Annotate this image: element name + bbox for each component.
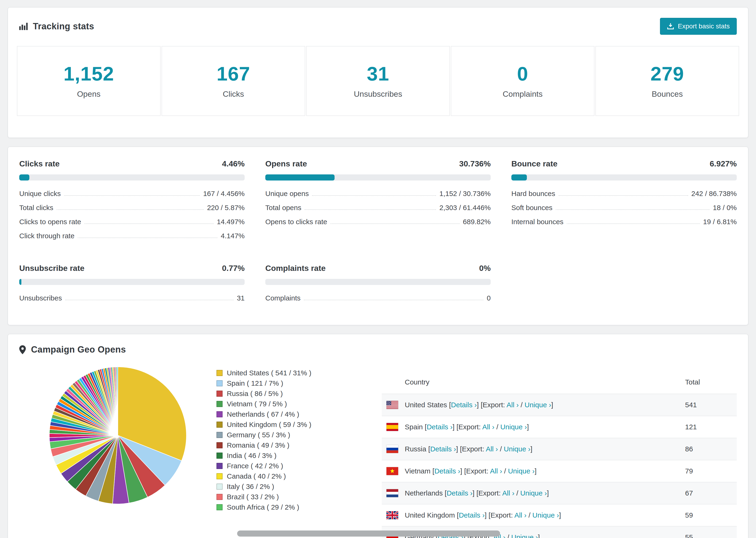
country-flag-vn [387, 467, 398, 475]
legend-item-spain[interactable]: Spain ( 121 / 7% ) [216, 378, 382, 389]
stat-box-unsubscribes: 31 Unsubscribes [306, 46, 450, 116]
legend-swatch [216, 422, 223, 428]
details-link[interactable]: Details › [447, 489, 472, 497]
dotted-leader [312, 195, 436, 196]
legend-item-united-kingdom[interactable]: United Kingdom ( 59 / 3% ) [216, 419, 382, 430]
legend-swatch [216, 494, 223, 500]
country-name: Netherlands [405, 489, 443, 497]
rate-detail-row: Unique clicks 167 / 4.456% [19, 187, 244, 201]
legend-item-romania[interactable]: Romania ( 49 / 3% ) [216, 440, 382, 451]
rate-detail-label: Internal bounces [512, 218, 564, 226]
legend-item-india[interactable]: India ( 46 / 3% ) [216, 451, 382, 461]
legend-swatch [216, 432, 223, 438]
geo-body: United States ( 541 / 31% ) Spain ( 121 … [8, 359, 748, 538]
dotted-leader [567, 224, 700, 224]
dotted-leader [84, 224, 213, 224]
rate-detail-row: Opens to clicks rate 689.82% [265, 215, 491, 229]
total-column-header: Total [685, 378, 737, 386]
export-all-link[interactable]: All › [490, 467, 502, 475]
export-unique-link[interactable]: Unique › [508, 467, 535, 475]
country-name: Russia [405, 445, 426, 453]
export-unique-link[interactable]: Unique › [512, 533, 538, 538]
stat-value: 1,152 [17, 62, 160, 85]
rate-progress-bar [19, 174, 244, 181]
legend-item-vietnam[interactable]: Vietnam ( 79 / 5% ) [216, 399, 382, 409]
legend-label: Spain ( 121 / 7% ) [227, 379, 283, 387]
rate-detail-label: Click through rate [19, 232, 75, 240]
legend-label: Canada ( 40 / 2% ) [227, 472, 286, 480]
export-all-link[interactable]: All › [482, 423, 495, 431]
rate-detail-value: 220 / 5.87% [207, 204, 244, 212]
export-unique-link[interactable]: Unique › [524, 401, 551, 409]
dotted-leader [559, 195, 688, 196]
rate-detail-label: Unique clicks [19, 190, 61, 198]
legend-item-france[interactable]: France ( 42 / 2% ) [216, 461, 382, 471]
legend-swatch [216, 391, 223, 397]
rate-title: Opens rate [265, 159, 307, 168]
export-basic-stats-label: Export basic stats [678, 23, 730, 30]
geo-opens-header: Campaign Geo Opens [8, 334, 748, 359]
export-unique-link[interactable]: Unique › [500, 423, 527, 431]
horizontal-scrollbar-thumb[interactable] [237, 530, 500, 537]
rate-detail-label: Total opens [265, 204, 301, 212]
legend-swatch [216, 401, 223, 407]
legend-label: South Africa ( 29 / 2% ) [227, 503, 299, 511]
rate-value: 0.77% [222, 264, 244, 273]
tracking-stats-card: Tracking stats Export basic stats 1,152 … [8, 7, 748, 138]
geo-opens-title: Campaign Geo Opens [31, 345, 126, 355]
export-unique-link[interactable]: Unique › [520, 489, 547, 497]
rate-detail-value: 0 [487, 294, 491, 302]
details-link[interactable]: Details › [451, 401, 477, 409]
rate-detail-label: Unsubscribes [19, 294, 62, 302]
details-link[interactable]: Details › [434, 467, 460, 475]
rate-detail-value: 242 / 86.738% [691, 190, 737, 198]
stat-value: 0 [451, 62, 594, 85]
legend-item-netherlands[interactable]: Netherlands ( 67 / 4% ) [216, 409, 382, 419]
table-row-vietnam: Vietnam [Details ›] [Export: All › / Uni… [382, 460, 737, 482]
export-unique-link[interactable]: Unique › [532, 511, 559, 519]
export-all-link[interactable]: All › [507, 401, 519, 409]
rate-detail-value: 689.82% [463, 218, 491, 226]
legend-swatch [216, 380, 223, 386]
rate-progress-bar [19, 279, 244, 285]
rate-detail-value: 2,303 / 61.446% [439, 204, 491, 212]
legend-item-canada[interactable]: Canada ( 40 / 2% ) [216, 471, 382, 481]
legend-item-italy[interactable]: Italy ( 36 / 2% ) [216, 481, 382, 492]
details-link[interactable]: Details › [427, 423, 453, 431]
legend-item-germany[interactable]: Germany ( 55 / 3% ) [216, 430, 382, 440]
country-cell: Spain [Details ›] [Export: All › / Uniqu… [405, 423, 685, 431]
legend-swatch [216, 442, 223, 448]
rate-value: 30.736% [459, 159, 491, 168]
legend-label: United States ( 541 / 31% ) [227, 369, 311, 377]
legend-item-brazil[interactable]: Brazil ( 33 / 2% ) [216, 492, 382, 502]
rate-detail-label: Opens to clicks rate [265, 218, 327, 226]
details-link[interactable]: Details › [459, 511, 485, 519]
export-unique-link[interactable]: Unique › [504, 445, 530, 453]
country-flag-us [387, 401, 398, 409]
stat-box-opens: 1,152 Opens [17, 46, 161, 116]
legend-item-south-africa[interactable]: South Africa ( 29 / 2% ) [216, 502, 382, 512]
legend-item-russia[interactable]: Russia ( 86 / 5% ) [216, 389, 382, 399]
export-all-link[interactable]: All › [514, 511, 527, 519]
country-total: 59 [685, 511, 737, 519]
rate-detail-label: Hard bounces [512, 190, 555, 198]
pie-legend: United States ( 541 / 31% ) Spain ( 121 … [216, 368, 382, 512]
stat-label: Complaints [451, 89, 594, 99]
rate-detail-row: Unique opens 1,152 / 30.736% [265, 187, 491, 201]
rate-panel-opens-rate: Opens rate 30.736% Unique opens 1,152 / … [265, 159, 491, 243]
country-name: United Kingdom [405, 511, 455, 519]
stats-row: 1,152 Opens 167 Clicks 31 Unsubscribes 0… [8, 43, 748, 137]
rate-detail-row: Total opens 2,303 / 61.446% [265, 201, 491, 215]
legend-item-united-states[interactable]: United States ( 541 / 31% ) [216, 368, 382, 378]
details-link[interactable]: Details › [430, 445, 456, 453]
rate-detail-value: 19 / 6.81% [703, 218, 737, 226]
country-name: United States [405, 401, 447, 409]
legend-swatch [216, 463, 223, 469]
legend-label: Italy ( 36 / 2% ) [227, 483, 274, 491]
export-basic-stats-button[interactable]: Export basic stats [660, 18, 737, 35]
export-all-link[interactable]: All › [486, 445, 498, 453]
rate-detail-label: Total clicks [19, 204, 53, 212]
export-all-link[interactable]: All › [502, 489, 514, 497]
stat-value: 279 [596, 62, 739, 85]
country-total: 86 [685, 445, 737, 453]
